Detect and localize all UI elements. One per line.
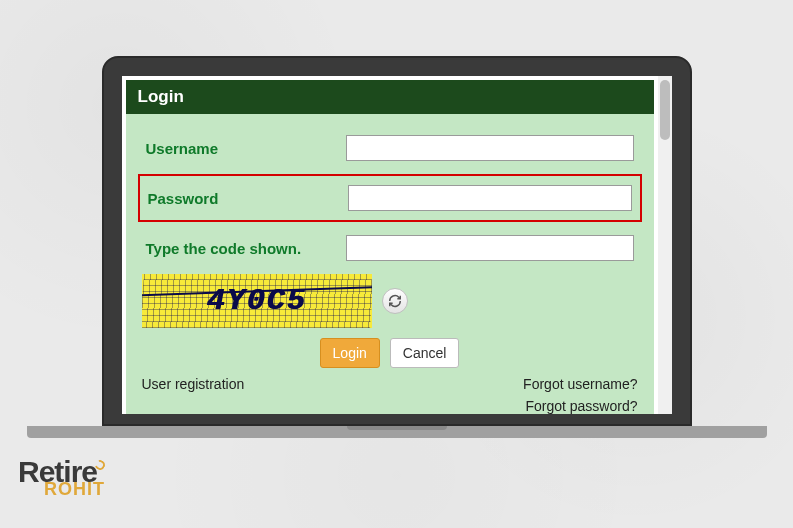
- laptop-notch: [347, 426, 447, 430]
- captcha-refresh-button[interactable]: [382, 288, 408, 314]
- cancel-button[interactable]: Cancel: [390, 338, 460, 368]
- captcha-label: Type the code shown.: [146, 240, 346, 257]
- captcha-input[interactable]: [346, 235, 634, 261]
- laptop-base: [27, 426, 767, 438]
- login-header: Login: [126, 80, 654, 114]
- login-panel: Login Username Password Type the code sh…: [126, 80, 654, 414]
- login-body: Username Password Type the code shown.: [126, 114, 654, 414]
- captcha-input-row: Type the code shown.: [142, 226, 638, 270]
- button-row: Login Cancel: [142, 338, 638, 368]
- login-title: Login: [138, 87, 184, 106]
- laptop-mockup: Login Username Password Type the code sh…: [102, 56, 692, 438]
- password-row: Password: [138, 174, 642, 222]
- captcha-image: 4Y0C5: [142, 274, 372, 328]
- forgot-links: Forgot username? Forgot password?: [523, 376, 637, 414]
- password-input[interactable]: [348, 185, 632, 211]
- username-row: Username: [142, 126, 638, 170]
- username-label: Username: [146, 140, 346, 157]
- watermark-line2: ROHIT: [44, 482, 105, 496]
- login-button[interactable]: Login: [320, 338, 380, 368]
- forgot-password-link[interactable]: Forgot password?: [523, 398, 637, 414]
- captcha-image-row: 4Y0C5: [142, 274, 638, 328]
- forgot-username-link[interactable]: Forgot username?: [523, 376, 637, 392]
- captcha-code-text: 4Y0C5: [142, 274, 372, 328]
- laptop-screen: Login Username Password Type the code sh…: [122, 76, 672, 414]
- links-row: User registration Forgot username? Forgo…: [142, 376, 638, 414]
- refresh-icon: [388, 294, 402, 308]
- watermark-logo: Retire ROHIT: [18, 460, 105, 496]
- laptop-frame: Login Username Password Type the code sh…: [102, 56, 692, 426]
- password-label: Password: [148, 190, 348, 207]
- username-input[interactable]: [346, 135, 634, 161]
- user-registration-link[interactable]: User registration: [142, 376, 245, 414]
- scrollbar-thumb[interactable]: [660, 80, 670, 140]
- scrollbar-track[interactable]: [658, 76, 672, 414]
